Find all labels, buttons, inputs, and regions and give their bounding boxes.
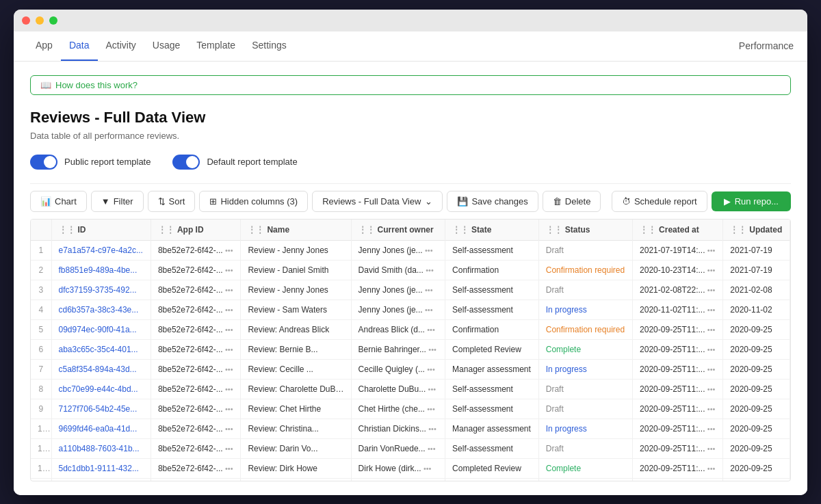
sort-icon: ⇅ — [158, 196, 166, 207]
nav-app[interactable]: App — [27, 31, 61, 61]
col-state[interactable]: ⋮⋮State — [445, 220, 539, 241]
chart-button[interactable]: 📊 Chart — [30, 191, 87, 212]
row-name: Review - Jenny Jones — [241, 240, 351, 260]
row-app-id: 8be52e72-6f42-... ••• — [151, 458, 241, 478]
row-id[interactable]: c5a8f354-894a-43d... — [51, 359, 151, 379]
row-created: 2020-09-25T11:... ••• — [633, 438, 723, 458]
run-report-button[interactable]: ▶ Run repo... — [712, 191, 791, 211]
table-row[interactable]: 1 e7a1a574-c97e-4a2c... 8be52e72-6f42-..… — [31, 240, 790, 260]
toggle-default-label: Default report template — [207, 157, 297, 167]
delete-button[interactable]: 🗑 Delete — [543, 191, 601, 212]
table-row[interactable]: 13 61bb3b31-74d8-4a6... 8be52e72-6f42-..… — [31, 478, 790, 481]
toggle-public-switch[interactable] — [30, 155, 57, 170]
row-updated: 2020-09-25 — [723, 419, 790, 438]
view-select-label: Reviews - Full Data View — [322, 196, 421, 207]
navbar: App Data Activity Usage Template Setting… — [14, 31, 807, 62]
help-label: How does this work? — [55, 80, 138, 90]
row-state: Self-assessment — [445, 379, 539, 399]
row-status: Draft — [538, 478, 632, 481]
row-app-id: 8be52e72-6f42-... ••• — [151, 399, 241, 419]
table-row[interactable]: 9 7127f706-54b2-45e... 8be52e72-6f42-...… — [31, 399, 790, 419]
trash-icon: 🗑 — [553, 196, 562, 207]
row-id[interactable]: 7127f706-54b2-45e... — [51, 399, 151, 419]
row-number: 10 — [31, 419, 51, 438]
table-row[interactable]: 6 aba3c65c-35c4-401... 8be52e72-6f42-...… — [31, 339, 790, 359]
minimize-dot[interactable] — [36, 16, 44, 25]
row-number: 13 — [31, 478, 51, 481]
row-app-id: 8be52e72-6f42-... ••• — [151, 240, 241, 260]
table-row[interactable]: 4 cd6b357a-38c3-43e... 8be52e72-6f42-...… — [31, 300, 790, 319]
maximize-dot[interactable] — [49, 16, 57, 25]
nav-data[interactable]: Data — [61, 31, 98, 61]
row-id[interactable]: cbc70e99-e44c-4bd... — [51, 379, 151, 399]
row-status: Draft — [538, 438, 632, 458]
row-name: Review: Eddie Botsfo... — [241, 478, 351, 481]
row-name: Review - Jenny Jones — [241, 280, 351, 300]
table-row[interactable]: 8 cbc70e99-e44c-4bd... 8be52e72-6f42-...… — [31, 379, 790, 399]
row-updated: 2020-09-25 — [723, 379, 790, 399]
table-row[interactable]: 2 fb8851e9-489a-4be... 8be52e72-6f42-...… — [31, 260, 790, 280]
nav-settings[interactable]: Settings — [244, 31, 295, 61]
filter-button[interactable]: ▼ Filter — [91, 191, 144, 212]
nav-usage[interactable]: Usage — [144, 31, 188, 61]
col-name[interactable]: ⋮⋮Name — [241, 220, 351, 241]
row-id[interactable]: a110b488-7603-41b... — [51, 438, 151, 458]
row-app-id: 8be52e72-6f42-... ••• — [151, 438, 241, 458]
clock-icon: ⏱ — [622, 196, 631, 207]
row-created: 2020-09-25T11:... ••• — [633, 419, 723, 438]
row-id[interactable]: dfc37159-3735-492... — [51, 280, 151, 300]
row-number: 12 — [31, 458, 51, 478]
hidden-columns-button[interactable]: ⊞ Hidden columns (3) — [199, 191, 308, 212]
row-id[interactable]: 61bb3b31-74d8-4a6... — [51, 478, 151, 481]
table-row[interactable]: 5 09d974ec-90f0-41a... 8be52e72-6f42-...… — [31, 319, 790, 339]
nav-template[interactable]: Template — [188, 31, 244, 61]
save-changes-button[interactable]: 💾 Save changes — [447, 191, 538, 212]
col-status[interactable]: ⋮⋮Status — [538, 220, 632, 241]
row-updated: 2020-09-25 — [723, 359, 790, 379]
sort-button[interactable]: ⇅ Sort — [148, 191, 196, 212]
row-state: Self-assessment — [445, 300, 539, 319]
help-button[interactable]: 📖 How does this work? — [30, 75, 791, 95]
row-owner: Andreas Blick (d... ••• — [351, 319, 445, 339]
toggle-default-switch[interactable] — [172, 155, 200, 170]
col-updated[interactable]: ⋮⋮Updated — [723, 220, 790, 241]
row-app-id: 8be52e72-6f42-... ••• — [151, 359, 241, 379]
row-id[interactable]: fb8851e9-489a-4be... — [51, 260, 151, 280]
row-owner: Dirk Howe (dirk... ••• — [351, 458, 445, 478]
data-table-container[interactable]: ⋮⋮ID ⋮⋮App ID ⋮⋮Name ⋮⋮Current owner ⋮⋮S… — [30, 219, 791, 481]
row-number: 2 — [31, 260, 51, 280]
schedule-report-button[interactable]: ⏱ Schedule report — [612, 191, 707, 212]
save-icon: 💾 — [457, 196, 468, 207]
schedule-report-label: Schedule report — [634, 196, 697, 207]
row-state: Manager assessment — [445, 419, 539, 438]
row-created: 2020-09-25T11:... ••• — [633, 399, 723, 419]
play-icon: ▶ — [724, 196, 731, 207]
row-id[interactable]: aba3c65c-35c4-401... — [51, 339, 151, 359]
row-updated: 2020-09-25 — [723, 399, 790, 419]
delete-label: Delete — [565, 196, 591, 207]
col-created[interactable]: ⋮⋮Created at — [633, 220, 723, 241]
table-row[interactable]: 3 dfc37159-3735-492... 8be52e72-6f42-...… — [31, 280, 790, 300]
row-updated: 2021-02-08 — [723, 280, 790, 300]
row-status: In progress — [538, 419, 632, 438]
table-row[interactable]: 10 9699fd46-ea0a-41d... 8be52e72-6f42-..… — [31, 419, 790, 438]
view-select[interactable]: Reviews - Full Data View ⌄ — [312, 191, 443, 212]
row-state: Completed Review — [445, 458, 539, 478]
table-row[interactable]: 12 5dc1dbb1-9111-432... 8be52e72-6f42-..… — [31, 458, 790, 478]
row-id[interactable]: 9699fd46-ea0a-41d... — [51, 419, 151, 438]
row-id[interactable]: 5dc1dbb1-9111-432... — [51, 458, 151, 478]
row-id[interactable]: cd6b357a-38c3-43e... — [51, 300, 151, 319]
row-updated: 2020-09-25 — [723, 478, 790, 481]
row-updated: 2021-07-19 — [723, 260, 790, 280]
table-row[interactable]: 7 c5a8f354-894a-43d... 8be52e72-6f42-...… — [31, 359, 790, 379]
col-owner[interactable]: ⋮⋮Current owner — [351, 220, 445, 241]
row-id[interactable]: 09d974ec-90f0-41a... — [51, 319, 151, 339]
row-id[interactable]: e7a1a574-c97e-4a2c... — [51, 240, 151, 260]
table-row[interactable]: 11 a110b488-7603-41b... 8be52e72-6f42-..… — [31, 438, 790, 458]
close-dot[interactable] — [22, 16, 30, 25]
row-number: 11 — [31, 438, 51, 458]
nav-activity[interactable]: Activity — [98, 31, 144, 61]
col-id[interactable]: ⋮⋮ID — [51, 220, 151, 241]
row-number: 5 — [31, 319, 51, 339]
col-app-id[interactable]: ⋮⋮App ID — [151, 220, 241, 241]
